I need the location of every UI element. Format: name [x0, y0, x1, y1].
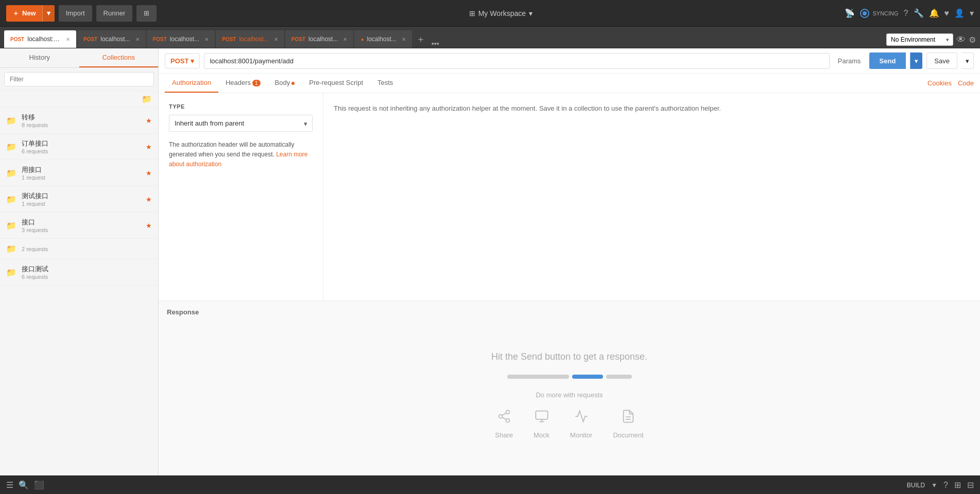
star-icon[interactable]: ★ — [146, 117, 152, 125]
star-icon[interactable]: ★ — [146, 196, 152, 203]
bottombar: ☰ 🔍 ⬛ BUILD ▼ ? ⊞ ⊟ — [0, 475, 980, 494]
env-eye-icon[interactable]: 👁 — [956, 34, 966, 45]
share-action[interactable]: Share — [495, 409, 513, 439]
build-chevron-icon[interactable]: ▼ — [931, 482, 937, 489]
add-tab-button[interactable]: ＋ — [413, 30, 428, 48]
user-chevron-icon[interactable]: ▾ — [970, 8, 974, 18]
list-item[interactable]: 📁 接口测试 6 requests — [0, 259, 158, 286]
document-label: Document — [613, 431, 643, 439]
tab-close-icon[interactable]: ✕ — [66, 37, 70, 42]
bottombar-help-icon[interactable]: ? — [943, 481, 948, 490]
collection-name: 接口测试 — [22, 264, 152, 274]
heart-icon[interactable]: ♥ — [944, 9, 950, 18]
tab-5[interactable]: POST localhost... ✕ — [285, 30, 354, 48]
help-icon[interactable]: ? — [904, 9, 908, 18]
star-icon[interactable]: ★ — [146, 143, 152, 151]
send-button[interactable]: Send — [869, 52, 906, 69]
list-item[interactable]: 📁 接口 3 requests ★ — [0, 213, 158, 239]
list-item[interactable]: 📁 2 requests — [0, 239, 158, 259]
layout-button[interactable]: ⊞ — [136, 5, 157, 22]
more-tabs-button[interactable]: ••• — [428, 40, 442, 48]
url-input[interactable] — [204, 53, 829, 69]
tab-4[interactable]: POST localhost... ✕ — [216, 30, 284, 48]
tab-tests[interactable]: Tests — [370, 74, 400, 93]
bottombar-console-icon[interactable]: ⬛ — [34, 480, 44, 490]
import-button[interactable]: Import — [59, 5, 92, 22]
collection-list: 📁 转移 8 requests ★ 📁 订单接口 6 requests ★ 📁 — [0, 108, 158, 475]
bell-icon[interactable]: 🔔 — [929, 8, 939, 18]
tools-icon[interactable]: 🔧 — [914, 8, 924, 18]
env-select-wrap[interactable]: No Environment — [886, 33, 953, 46]
code-link[interactable]: Code — [958, 79, 974, 87]
auth-description: The authorization header will be automat… — [169, 140, 313, 170]
bottombar-layout-icon[interactable]: ⊞ — [954, 480, 961, 490]
syncing-dot-icon — [860, 9, 869, 18]
folder-icon: 📁 — [6, 116, 16, 126]
tab-headers[interactable]: Headers1 — [218, 74, 268, 93]
tab-pre-request[interactable]: Pre-request Script — [302, 74, 370, 93]
tab-collections[interactable]: Collections — [79, 48, 159, 67]
request-tabbar: POST localhost:8001/payment/add ✕ POST l… — [0, 27, 980, 48]
new-collection-button[interactable]: 📁 — [140, 93, 154, 105]
bottombar-panel-icon[interactable]: ⊟ — [967, 480, 974, 490]
send-dropdown-button[interactable]: ▾ — [910, 52, 922, 69]
new-dropdown-arrow[interactable]: ▾ — [42, 5, 55, 22]
folder-icon: 📁 — [6, 195, 16, 204]
method-label: POST — [170, 57, 188, 65]
topbar: ＋ New ▾ Import Runner ⊞ ⊞ My Workspace ▾… — [0, 0, 980, 27]
tab-close-icon[interactable]: ✕ — [135, 37, 140, 42]
save-dropdown-button[interactable]: ▾ — [961, 52, 974, 69]
bottombar-sidebar-toggle[interactable]: ☰ — [6, 480, 13, 490]
save-button[interactable]: Save — [926, 52, 957, 69]
new-button[interactable]: ＋ New ▾ — [6, 5, 55, 22]
auth-type-select[interactable]: Inherit auth from parent No Auth API Key… — [169, 115, 313, 132]
cookies-link[interactable]: Cookies — [927, 79, 952, 87]
mock-action[interactable]: Mock — [534, 409, 549, 439]
auth-select-wrap[interactable]: Inherit auth from parent No Auth API Key… — [169, 115, 313, 132]
runner-button[interactable]: Runner — [96, 5, 133, 22]
sidebar: History Collections 📁 📁 转移 8 requests ★ … — [0, 48, 159, 475]
document-action[interactable]: Document — [613, 409, 643, 439]
tab-1[interactable]: POST localhost:8001/payment/add ✕ — [4, 30, 76, 48]
tab-label: localhost... — [170, 36, 199, 43]
tab-2[interactable]: POST localhost... ✕ — [77, 30, 146, 48]
plus-icon: ＋ — [12, 9, 19, 18]
params-button[interactable]: Params — [834, 57, 865, 65]
bottombar-search-icon[interactable]: 🔍 — [19, 480, 29, 490]
collection-name: 测试接口 — [22, 191, 141, 201]
bar-segment-2 — [572, 375, 603, 379]
main-layout: History Collections 📁 📁 转移 8 requests ★ … — [0, 48, 980, 475]
tab-body[interactable]: Body — [268, 74, 302, 93]
auth-right-text: This request is not inheriting any autho… — [334, 103, 721, 114]
tab-close-icon[interactable]: ✕ — [402, 37, 406, 42]
collection-meta: 3 requests — [22, 227, 141, 233]
filter-input[interactable] — [4, 72, 154, 86]
user-icon[interactable]: 👤 — [954, 8, 965, 18]
tab-method-badge: POST — [291, 37, 305, 42]
response-bar — [507, 375, 632, 379]
tab-close-icon[interactable]: ✕ — [343, 37, 347, 42]
list-item[interactable]: 📁 用接口 1 request ★ — [0, 160, 158, 186]
collection-meta: 8 requests — [22, 122, 141, 128]
monitor-action[interactable]: Monitor — [570, 409, 592, 439]
tab-close-icon[interactable]: ✕ — [274, 37, 278, 42]
list-item[interactable]: 📁 订单接口 6 requests ★ — [0, 134, 158, 160]
tab-close-icon[interactable]: ✕ — [204, 37, 209, 42]
workspace-selector[interactable]: ⊞ My Workspace ▾ — [161, 9, 840, 17]
tab-3[interactable]: POST localhost... ✕ — [147, 30, 215, 48]
tab-authorization[interactable]: Authorization — [165, 74, 218, 93]
tab-6[interactable]: ● localhost... ✕ — [354, 30, 411, 48]
collection-meta: 6 requests — [22, 274, 152, 280]
env-select[interactable]: No Environment — [886, 33, 953, 46]
collection-info: 用接口 1 request — [22, 165, 141, 181]
do-more-label: Do more with requests — [536, 391, 603, 399]
star-icon[interactable]: ★ — [146, 222, 152, 230]
signal-icon: 📡 — [845, 8, 855, 18]
tab-history[interactable]: History — [0, 48, 79, 67]
env-gear-icon[interactable]: ⚙ — [969, 35, 976, 45]
list-item[interactable]: 📁 测试接口 1 request ★ — [0, 186, 158, 213]
star-icon[interactable]: ★ — [146, 169, 152, 177]
method-select[interactable]: POST ▾ — [165, 54, 200, 68]
request-panel: POST ▾ Params Send ▾ Save ▾ Authorizatio… — [159, 48, 980, 475]
list-item[interactable]: 📁 转移 8 requests ★ — [0, 108, 158, 134]
